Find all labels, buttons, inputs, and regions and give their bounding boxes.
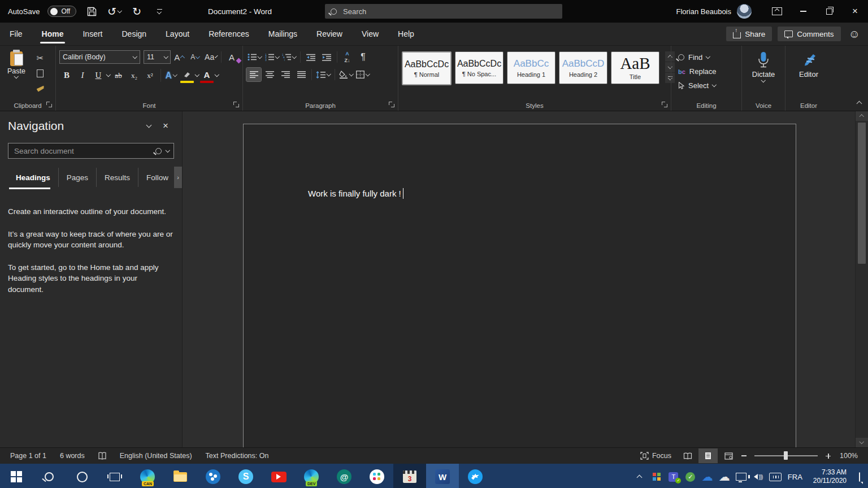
ribbon-display-options-button[interactable] <box>764 0 790 23</box>
replace-button[interactable]: bc Replace <box>678 64 738 79</box>
align-left-button[interactable] <box>246 68 261 81</box>
save-button[interactable] <box>84 4 99 19</box>
copy-button[interactable] <box>33 67 47 80</box>
comments-button[interactable]: Comments <box>778 27 840 41</box>
borders-button[interactable] <box>355 68 371 81</box>
feedback-smiley-button[interactable]: ☺ <box>849 28 860 41</box>
tab-insert[interactable]: Insert <box>73 23 112 45</box>
tab-help[interactable]: Help <box>388 23 424 45</box>
word-app[interactable]: W <box>426 464 459 488</box>
tab-view[interactable]: View <box>352 23 388 45</box>
vertical-scrollbar[interactable] <box>855 111 868 447</box>
tab-mailings[interactable]: Mailings <box>259 23 307 45</box>
cloud-tray-icon[interactable]: ☁ <box>717 464 732 488</box>
dictate-dropdown-chevron[interactable] <box>761 78 766 82</box>
tab-layout[interactable]: Layout <box>156 23 199 45</box>
search-box[interactable] <box>325 4 562 19</box>
collapse-ribbon-button[interactable] <box>857 99 861 107</box>
twitter-app[interactable] <box>459 464 492 488</box>
zoom-slider[interactable] <box>754 455 818 456</box>
editor-button[interactable]: Editor <box>789 50 828 79</box>
scroll-up-button[interactable] <box>856 111 868 121</box>
edge-canary-app[interactable]: CAN <box>131 464 164 488</box>
word-count-status[interactable]: 6 words <box>54 448 90 464</box>
nav-tab-following[interactable]: Follow <box>138 168 168 187</box>
web-layout-button[interactable] <box>719 448 738 463</box>
tab-home[interactable]: Home <box>32 23 73 45</box>
navigation-pane-close-button[interactable]: × <box>157 120 174 132</box>
scrollbar-thumb[interactable] <box>858 123 866 264</box>
undo-dropdown-chevron[interactable] <box>118 8 122 13</box>
undo-button[interactable]: ↺ <box>107 4 121 19</box>
slack-app[interactable] <box>361 464 393 488</box>
language-indicator[interactable]: FRA <box>785 464 805 488</box>
select-dropdown-chevron[interactable] <box>712 82 717 87</box>
style-heading-2[interactable]: AaBbCcD Heading 2 <box>559 51 607 84</box>
clear-formatting-button[interactable]: A <box>224 50 239 64</box>
autosave-toggle[interactable]: Off <box>47 6 76 17</box>
document-search-input[interactable] <box>13 146 151 156</box>
grow-font-button[interactable]: A <box>172 50 186 64</box>
underline-dropdown-chevron[interactable] <box>106 72 111 77</box>
tab-references[interactable]: References <box>199 23 259 45</box>
onedrive-tray-icon[interactable]: ☁ <box>700 464 715 488</box>
display-cast-tray-icon[interactable] <box>734 464 749 488</box>
align-center-button[interactable] <box>262 68 277 81</box>
hey-mail-app[interactable]: @ <box>328 464 361 488</box>
page-count-status[interactable]: Page 1 of 1 <box>5 448 52 464</box>
touch-keyboard-tray-icon[interactable] <box>768 464 783 488</box>
nav-tab-pages[interactable]: Pages <box>58 168 96 187</box>
italic-button[interactable]: I <box>75 69 90 82</box>
strikethrough-button[interactable]: ab <box>111 69 126 82</box>
cut-button[interactable]: ✂ <box>33 51 47 65</box>
action-center-button[interactable] <box>854 473 865 481</box>
style-heading-1[interactable]: AaBbCc Heading 1 <box>507 51 555 84</box>
style-title[interactable]: AaB Title <box>611 51 659 84</box>
style-no-spacing[interactable]: AaBbCcDc ¶ No Spac... <box>455 51 504 84</box>
select-button[interactable]: Select <box>678 79 738 93</box>
scroll-down-button[interactable] <box>856 438 868 447</box>
cortana-button[interactable] <box>66 464 98 488</box>
zoom-out-button[interactable] <box>739 448 749 464</box>
text-effects-button[interactable]: A <box>164 69 179 82</box>
paste-button[interactable]: Paste <box>3 50 29 78</box>
share-button[interactable]: Share <box>726 27 772 41</box>
find-button[interactable]: Find <box>678 50 738 64</box>
nav-tab-headings[interactable]: Headings <box>8 168 58 187</box>
underline-button[interactable]: U <box>91 69 106 82</box>
customize-quick-access-button[interactable] <box>152 4 167 19</box>
text-predictions-status[interactable]: Text Predictions: On <box>200 448 275 464</box>
language-status[interactable]: English (United States) <box>114 448 198 464</box>
blue-dots-app[interactable] <box>197 464 229 488</box>
minimize-button[interactable] <box>790 0 816 23</box>
subscript-button[interactable]: x₂ <box>127 69 142 82</box>
nav-tab-results[interactable]: Results <box>96 168 138 187</box>
media-player-app[interactable]: 3 <box>393 464 426 488</box>
bullets-button[interactable] <box>246 50 263 64</box>
highlight-dropdown-chevron[interactable] <box>194 72 199 77</box>
font-name-combo[interactable]: Calibri (Body) <box>59 50 140 64</box>
youtube-app[interactable] <box>262 464 295 488</box>
style-normal[interactable]: AaBbCcDc ¶ Normal <box>402 51 452 85</box>
font-dialog-launcher[interactable] <box>233 102 240 108</box>
font-color-dropdown-chevron[interactable] <box>215 72 219 77</box>
shrink-font-button[interactable]: A <box>188 50 202 64</box>
justify-button[interactable] <box>294 68 309 81</box>
proofing-status-button[interactable] <box>93 448 112 464</box>
start-button[interactable] <box>0 464 33 488</box>
document-search-box[interactable] <box>8 143 174 159</box>
styles-dialog-launcher[interactable] <box>662 102 668 108</box>
edge-dev-app[interactable]: DEV <box>295 464 328 488</box>
show-hidden-icons-button[interactable] <box>632 464 647 488</box>
show-hide-pilcrow-button[interactable]: ¶ <box>356 50 371 64</box>
document-page[interactable]: Work is finally fully dark ! <box>243 124 796 447</box>
dictate-button[interactable]: Dictate <box>745 50 782 82</box>
teams-tray-icon[interactable]: T <box>666 464 681 488</box>
tab-design[interactable]: Design <box>112 23 156 45</box>
print-layout-button[interactable] <box>698 448 718 463</box>
close-button[interactable]: × <box>842 0 868 23</box>
nav-tabs-scroll-button[interactable]: › <box>174 167 182 188</box>
volume-tray-icon[interactable]: ))) <box>751 464 766 488</box>
text-highlight-button[interactable] <box>180 68 194 83</box>
task-view-button[interactable] <box>98 464 131 488</box>
